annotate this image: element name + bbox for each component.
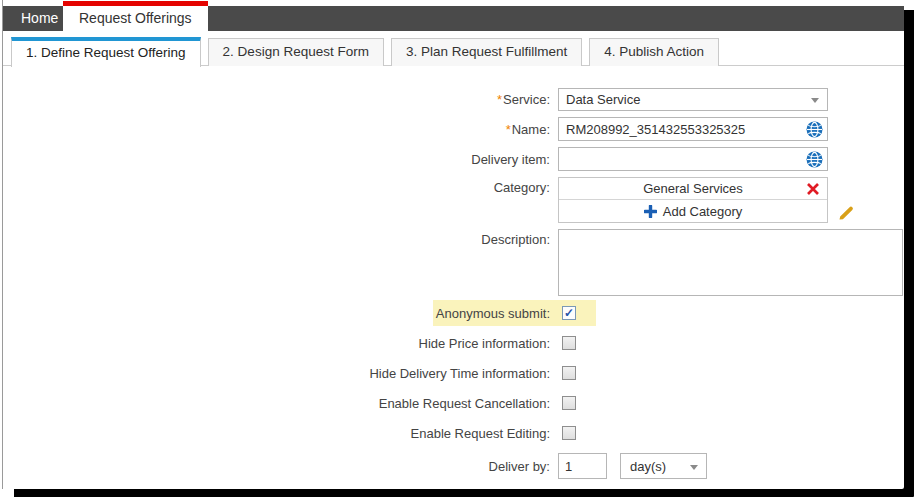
category-box: General Services Add Category — [558, 177, 828, 223]
hide-delivery-time-checkbox[interactable] — [562, 366, 576, 380]
deliver-by-unit-select[interactable]: day(s) — [620, 453, 707, 479]
tab-plan-request-fulfillment[interactable]: 3. Plan Request Fulfillment — [391, 38, 582, 66]
enable-cancellation-label: Enable Request Cancellation: — [3, 396, 558, 411]
chevron-down-icon — [690, 465, 698, 470]
category-item-label: General Services — [643, 181, 743, 196]
remove-category-icon[interactable] — [806, 182, 820, 196]
chevron-down-icon — [811, 98, 819, 103]
hide-delivery-time-label: Hide Delivery Time information: — [3, 366, 558, 381]
add-category-label: Add Category — [663, 204, 743, 219]
required-mark: * — [497, 92, 502, 107]
check-icon: ✓ — [564, 306, 574, 320]
nav-tab-request-offerings[interactable]: Request Offerings — [63, 1, 208, 31]
category-item: General Services — [559, 178, 827, 200]
service-select[interactable]: Data Service — [558, 88, 828, 111]
enable-editing-checkbox[interactable] — [562, 426, 576, 440]
category-widget: General Services Add Category — [558, 177, 855, 223]
globe-icon[interactable] — [806, 121, 823, 138]
tab-publish-action[interactable]: 4. Publish Action — [589, 38, 719, 66]
wizard-tab-bar: 1. Define Request Offering 2. Design Req… — [3, 37, 904, 66]
required-mark: * — [506, 122, 511, 137]
category-label: Category: — [3, 180, 558, 195]
top-nav: Home Request Offerings — [3, 0, 904, 36]
add-category-button[interactable]: Add Category — [559, 200, 827, 222]
name-input[interactable] — [559, 118, 827, 140]
anonymous-submit-label: Anonymous submit: — [3, 306, 558, 321]
description-label: Description: — [3, 232, 558, 247]
deliver-by-unit-value: day(s) — [630, 459, 666, 474]
enable-cancellation-checkbox[interactable] — [562, 396, 576, 410]
hide-price-checkbox[interactable] — [562, 336, 576, 350]
service-value: Data Service — [566, 92, 640, 107]
service-label: *Service: — [3, 92, 558, 107]
tab-design-request-form[interactable]: 2. Design Request Form — [208, 38, 384, 66]
hide-price-label: Hide Price information: — [3, 336, 558, 351]
deliver-by-input[interactable] — [558, 453, 607, 479]
deliver-by-label: Deliver by: — [3, 459, 558, 474]
name-label: *Name: — [3, 122, 558, 137]
name-field-wrap — [558, 117, 828, 141]
app-window: Home Request Offerings 1. Define Request… — [2, 0, 904, 489]
tab-define-request-offering[interactable]: 1. Define Request Offering — [11, 37, 201, 67]
delivery-item-field-wrap — [558, 147, 828, 171]
delivery-item-input[interactable] — [559, 148, 827, 170]
edit-pencil-icon[interactable] — [837, 204, 855, 222]
description-textarea[interactable] — [558, 229, 903, 296]
enable-editing-label: Enable Request Editing: — [3, 426, 558, 441]
globe-icon[interactable] — [806, 151, 823, 168]
delivery-item-label: Delivery item: — [3, 152, 558, 167]
anonymous-submit-row: Anonymous submit: ✓ — [3, 303, 904, 323]
screenshot: Home Request Offerings 1. Define Request… — [0, 0, 919, 501]
anonymous-submit-checkbox[interactable]: ✓ — [562, 306, 576, 320]
define-request-offering-form: *Service: Data Service *Name: — [3, 66, 904, 489]
plus-icon — [644, 205, 657, 218]
